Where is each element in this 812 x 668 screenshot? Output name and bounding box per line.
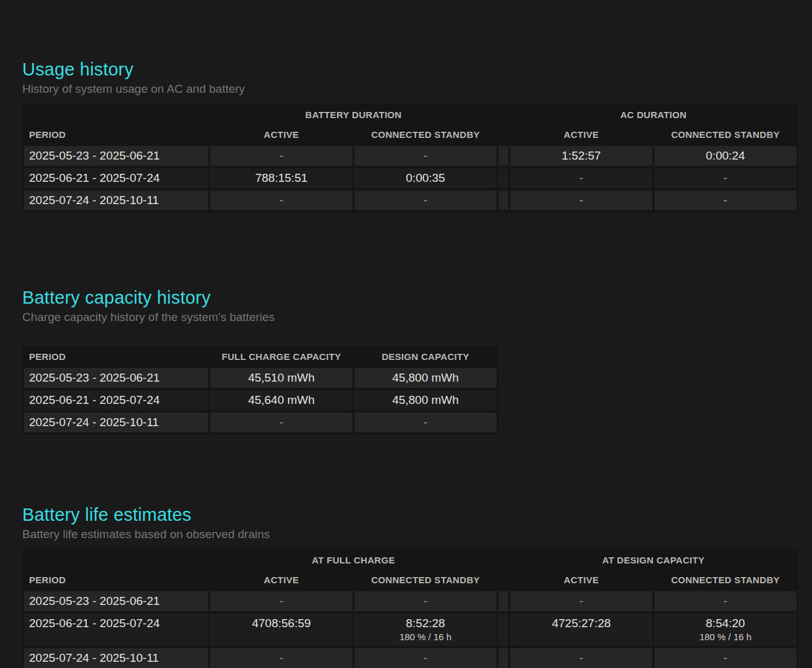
battery-capacity-subtitle: Charge capacity history of the system's … [22, 310, 812, 323]
value-main: 4725:27:28 [515, 616, 647, 631]
column-header-battery-connected-standby: CONNECTED STANDBY [354, 126, 497, 143]
value-sub: 180 % / 16 h [659, 631, 792, 643]
group-spacer [498, 552, 508, 569]
period-cell: 2025-05-23 - 2025-06-21 [24, 146, 208, 166]
column-header-period: PERIOD [24, 126, 208, 143]
column-header-period: PERIOD [24, 572, 208, 589]
usage-history-title: Usage history [22, 59, 812, 80]
value-cell: 4725:27:28 [510, 614, 652, 646]
value-sub: 180 % / 16 h [359, 631, 492, 643]
period-cell: 2025-07-24 - 2025-10-11 [24, 191, 208, 210]
value-cell: 45,800 mWh [354, 368, 497, 388]
period-cell: 2025-05-23 - 2025-06-21 [24, 368, 208, 388]
value-cell: - [210, 591, 353, 611]
column-header-period: PERIOD [24, 348, 208, 366]
value-cell: - [510, 648, 652, 668]
value-cell: - [354, 191, 497, 210]
table-row: 2025-06-21 - 2025-07-24 4708:56:59 8:52:… [24, 614, 797, 646]
group-spacer [498, 106, 508, 124]
column-header-design-active: ACTIVE [510, 572, 652, 589]
battery-report-page: Usage history History of system usage on… [0, 0, 812, 668]
value-cell: 8:54:20 180 % / 16 h [654, 614, 797, 646]
table-row: 2025-05-23 - 2025-06-21 - - 1:52:57 0:00… [24, 146, 797, 166]
value-cell: - [210, 648, 353, 668]
value-main: 8:54:20 [659, 616, 792, 631]
value-cell: 1:52:57 [510, 146, 652, 166]
value-main: 8:52:28 [359, 616, 492, 631]
value-cell: - [354, 413, 497, 432]
usage-history-section: Usage history History of system usage on… [22, 59, 812, 213]
spacer-cell [498, 168, 508, 188]
table-row: 2025-07-24 - 2025-10-11 - - - - [24, 191, 797, 210]
value-main: 4708:56:59 [215, 616, 348, 631]
spacer-cell [498, 648, 508, 668]
period-cell: 2025-05-23 - 2025-06-21 [24, 591, 208, 611]
column-header-design-capacity: DESIGN CAPACITY [354, 348, 497, 366]
battery-capacity-title: Battery capacity history [22, 287, 812, 308]
value-cell: 788:15:51 [210, 168, 353, 188]
value-cell: - [210, 191, 353, 210]
value-cell: 0:00:24 [654, 146, 797, 166]
battery-life-estimates-subtitle: Battery life estimates based on observed… [22, 528, 812, 541]
column-header-ac-active: ACTIVE [510, 126, 652, 143]
value-cell: - [354, 146, 497, 166]
group-header-at-full-charge: AT FULL CHARGE [210, 552, 497, 569]
battery-life-estimates-section: Battery life estimates Battery life esti… [22, 504, 812, 668]
table-row: 2025-05-23 - 2025-06-21 - - - - [24, 591, 797, 611]
usage-history-subtitle: History of system usage on AC and batter… [22, 82, 812, 95]
group-header-ac-duration: AC DURATION [510, 106, 797, 124]
battery-capacity-section: Battery capacity history Charge capacity… [22, 287, 812, 435]
spacer-cell [498, 191, 508, 210]
table-row: 2025-07-24 - 2025-10-11 - - [24, 413, 497, 432]
value-cell: 45,510 mWh [210, 368, 353, 388]
spacer-cell [498, 614, 508, 646]
battery-life-estimates-title: Battery life estimates [22, 504, 812, 525]
column-header-design-connected-standby: CONNECTED STANDBY [654, 572, 797, 589]
column-header-battery-active: ACTIVE [210, 126, 353, 143]
value-cell: - [654, 168, 797, 188]
column-header-full-charge-capacity: FULL CHARGE CAPACITY [210, 348, 353, 366]
table-row: 2025-06-21 - 2025-07-24 788:15:51 0:00:3… [24, 168, 797, 188]
value-cell: 45,800 mWh [354, 390, 497, 410]
group-header-blank [24, 106, 208, 124]
value-cell: - [510, 191, 652, 210]
value-cell: - [654, 648, 797, 668]
value-cell: 45,640 mWh [210, 390, 353, 410]
table-row: 2025-07-24 - 2025-10-11 - - - - [24, 648, 797, 668]
value-cell: - [654, 191, 797, 210]
value-cell: - [354, 648, 497, 668]
period-cell: 2025-07-24 - 2025-10-11 [24, 413, 208, 432]
table-row: 2025-06-21 - 2025-07-24 45,640 mWh 45,80… [24, 390, 497, 410]
period-cell: 2025-06-21 - 2025-07-24 [24, 390, 208, 410]
value-cell: - [510, 168, 652, 188]
column-header-row: PERIOD FULL CHARGE CAPACITY DESIGN CAPAC… [24, 348, 497, 366]
column-header-row: PERIOD ACTIVE CONNECTED STANDBY ACTIVE C… [24, 572, 797, 589]
value-cell: - [654, 591, 797, 611]
battery-capacity-table: PERIOD FULL CHARGE CAPACITY DESIGN CAPAC… [22, 346, 498, 435]
table-row: 2025-05-23 - 2025-06-21 45,510 mWh 45,80… [24, 368, 497, 388]
group-header-at-design-capacity: AT DESIGN CAPACITY [510, 552, 797, 569]
spacer-cell [498, 146, 508, 166]
group-spacer [498, 572, 508, 589]
value-cell: 0:00:35 [354, 168, 497, 188]
value-cell: 4708:56:59 [210, 614, 353, 646]
column-header-ac-connected-standby: CONNECTED STANDBY [654, 126, 797, 143]
group-header-blank [24, 552, 208, 569]
column-header-row: PERIOD ACTIVE CONNECTED STANDBY ACTIVE C… [24, 126, 797, 143]
group-header-row: BATTERY DURATION AC DURATION [24, 106, 797, 124]
column-header-full-charge-connected-standby: CONNECTED STANDBY [354, 572, 497, 589]
group-header-battery-duration: BATTERY DURATION [210, 106, 497, 124]
group-spacer [498, 126, 508, 143]
value-cell: - [510, 591, 652, 611]
period-cell: 2025-07-24 - 2025-10-11 [24, 648, 208, 668]
battery-life-estimates-table: AT FULL CHARGE AT DESIGN CAPACITY PERIOD… [22, 549, 798, 668]
spacer-cell [498, 591, 508, 611]
value-cell: - [210, 146, 353, 166]
group-header-row: AT FULL CHARGE AT DESIGN CAPACITY [24, 552, 797, 569]
period-cell: 2025-06-21 - 2025-07-24 [24, 168, 208, 188]
column-header-full-charge-active: ACTIVE [210, 572, 353, 589]
period-cell: 2025-06-21 - 2025-07-24 [24, 614, 208, 646]
usage-history-table: BATTERY DURATION AC DURATION PERIOD ACTI… [22, 104, 798, 213]
value-cell: - [210, 413, 353, 432]
value-cell: 8:52:28 180 % / 16 h [354, 614, 497, 646]
